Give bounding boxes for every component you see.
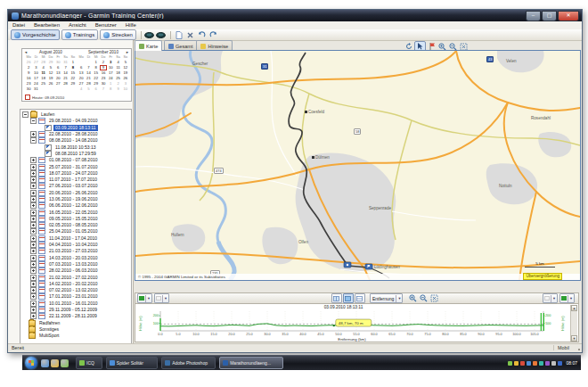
tree-row[interactable]: 13.06.2010 - 19.06.2010 <box>20 196 131 202</box>
close-button[interactable]: ✕ <box>558 11 579 21</box>
calendar-day[interactable]: 31 <box>32 86 39 92</box>
trainings-button[interactable]: Trainings <box>61 29 98 40</box>
right-series-color-dropdown[interactable]: ▼ <box>559 293 575 303</box>
tray-icon-8[interactable] <box>551 361 556 366</box>
tree-row[interactable]: 25.07.2010 - 31.07.2010 <box>20 163 131 169</box>
menu-item-datei[interactable]: Datei <box>8 21 29 29</box>
calendar-day[interactable]: 30 <box>25 86 32 92</box>
redo-button[interactable] <box>208 30 219 39</box>
expander-icon[interactable] <box>30 222 37 228</box>
expander-icon[interactable] <box>30 177 37 183</box>
calendar-day[interactable]: 8 <box>107 86 114 92</box>
chart-fit-button[interactable] <box>429 294 439 303</box>
taskbar-item[interactable]: Spider Solitär <box>106 357 158 369</box>
tree-row[interactable]: 25.04.2010 - 01.05.2010 <box>20 228 131 235</box>
tree-row[interactable]: 11.07.2010 - 17.07.2010 <box>20 177 131 183</box>
delete-button[interactable] <box>185 30 196 39</box>
calendar-day[interactable]: 9 <box>114 86 121 92</box>
expander-icon[interactable] <box>30 293 37 300</box>
expander-icon[interactable] <box>30 216 37 222</box>
expander-icon[interactable] <box>30 164 37 170</box>
tree-row[interactable]: 01.08.2010 - 07.08.2010 <box>20 157 131 163</box>
tree-row[interactable]: 11.04.2010 - 17.04.2010 <box>20 235 131 242</box>
expander-icon[interactable] <box>30 118 37 124</box>
expander-icon[interactable] <box>30 157 37 163</box>
minimize-button[interactable]: – <box>526 11 541 21</box>
tree-row[interactable]: 22.08.2010 - 28.08.2010 <box>20 131 131 137</box>
tree-row[interactable]: Radfahren <box>20 320 131 326</box>
start-button[interactable] <box>25 357 37 369</box>
expander-icon[interactable] <box>30 287 37 293</box>
vorgeschichte-button[interactable]: Vorgeschichte <box>11 29 60 40</box>
tray-icon-1[interactable] <box>508 361 512 366</box>
tray-icon-7[interactable] <box>545 361 550 366</box>
tree-row[interactable]: 10.01.2010 - 16.01.2010 <box>20 301 131 307</box>
tree-row[interactable]: 18.07.2010 - 24.07.2010 <box>20 170 131 177</box>
expander-icon[interactable] <box>30 183 37 189</box>
tree-row[interactable]: 29.11.2009 - 05.12.2009 <box>20 307 131 313</box>
calendar-day[interactable]: 10 <box>122 86 129 92</box>
x-axis-mode-dropdown[interactable]: Entfernung▼ <box>370 293 403 303</box>
series1-color-dropdown[interactable]: ▼ <box>137 293 152 303</box>
expander-icon[interactable] <box>30 202 37 209</box>
quicklaunch-icon-1[interactable] <box>41 359 49 367</box>
taskbar-item[interactable]: Marathonundlaeng... <box>219 357 282 369</box>
tree-row[interactable]: 20.06.2010 - 26.06.2010 <box>20 190 131 196</box>
expander-icon[interactable] <box>30 235 37 242</box>
chart-mode-split-button[interactable] <box>331 293 342 303</box>
chart-mode-single-button[interactable] <box>343 293 354 303</box>
tree-row[interactable]: 14.03.2010 - 20.03.2010 <box>20 255 131 261</box>
right-axis-dropdown[interactable]: ▼ <box>543 293 558 303</box>
tree-row[interactable]: MultiSport <box>20 333 131 339</box>
menu-item-benutzer[interactable]: Benutzer <box>91 21 121 29</box>
tree-row[interactable]: 16.05.2010 - 22.05.2010 <box>20 209 131 215</box>
expander-icon[interactable] <box>30 275 37 281</box>
maximize-button[interactable]: ▢ <box>542 11 557 21</box>
title-bar[interactable]: Marathonundlaenger - Garmin Training Cen… <box>8 10 582 21</box>
quicklaunch-icon-2[interactable] <box>51 359 59 367</box>
undo-button[interactable] <box>197 30 208 39</box>
expander-icon[interactable] <box>30 268 37 274</box>
tab-karte[interactable]: Karte <box>135 40 162 51</box>
calendar-day[interactable]: 5 <box>85 86 92 92</box>
calendar-day[interactable]: 7 <box>100 86 107 92</box>
menu-item-ansicht[interactable]: Ansicht <box>64 21 91 29</box>
tree-row[interactable]: 03.09.2010 18:13:11 <box>20 125 131 131</box>
tree-row[interactable]: 06.06.2010 - 12.06.2010 <box>20 202 131 209</box>
tree-row[interactable]: 11.08.2010 10:53:13 <box>20 144 131 150</box>
new-document-button[interactable] <box>174 30 184 39</box>
expander-icon[interactable] <box>30 281 37 287</box>
series2-color-dropdown[interactable]: ▼ <box>154 293 169 303</box>
tree-row[interactable]: 02.05.2010 - 08.05.2010 <box>20 222 131 228</box>
tray-icon-5[interactable] <box>533 361 537 366</box>
calendar-day[interactable]: 4 <box>78 86 85 92</box>
map-view[interactable]: GescherVelenCoesfeldRosendahlDülmenNottu… <box>135 50 581 281</box>
tree-row[interactable]: 14.02.2010 - 20.02.2010 <box>20 281 131 287</box>
chart-mode-table-button[interactable] <box>355 293 365 303</box>
taskbar-item[interactable]: Adobe Photoshop <box>161 357 216 369</box>
device-send-button[interactable] <box>156 30 167 39</box>
calendar-day[interactable]: 6 <box>93 86 100 92</box>
tree-row[interactable]: 28.02.2010 - 06.03.2010 <box>20 268 131 274</box>
tray-icon-2[interactable] <box>514 361 519 366</box>
device-receive-button[interactable] <box>144 30 155 39</box>
chart-scrollbar[interactable]: ▲ ▼ <box>570 305 577 342</box>
expander-icon[interactable] <box>30 196 37 202</box>
expander-icon[interactable] <box>30 301 37 307</box>
scroll-up-icon[interactable]: ▲ <box>571 305 577 311</box>
tree-row[interactable]: 29.08.2010 - 04.09.2010 <box>20 118 131 124</box>
expander-icon[interactable] <box>30 255 37 261</box>
expander-icon[interactable] <box>30 242 37 248</box>
chart-zoom-out-button[interactable] <box>419 294 429 303</box>
tree-row[interactable]: 09.05.2010 - 15.05.2010 <box>20 216 131 222</box>
elevation-chart[interactable]: 03.09.2010 18:13:11 0.05.010.015.020.025… <box>135 303 579 342</box>
expander-icon[interactable] <box>30 228 37 235</box>
expander-icon[interactable] <box>30 170 37 177</box>
expander-icon[interactable] <box>30 307 37 313</box>
tree-row[interactable]: 22.11.2009 - 28.11.2009 <box>20 313 131 319</box>
taskbar-item[interactable]: ICQ <box>76 357 102 369</box>
tree-row[interactable]: 17.01.2010 - 23.01.2010 <box>20 293 131 300</box>
panel-splitter[interactable] <box>134 280 580 292</box>
tray-icon-4[interactable] <box>527 361 531 366</box>
tree-row[interactable]: 07.02.2010 - 13.02.2010 <box>20 287 131 293</box>
